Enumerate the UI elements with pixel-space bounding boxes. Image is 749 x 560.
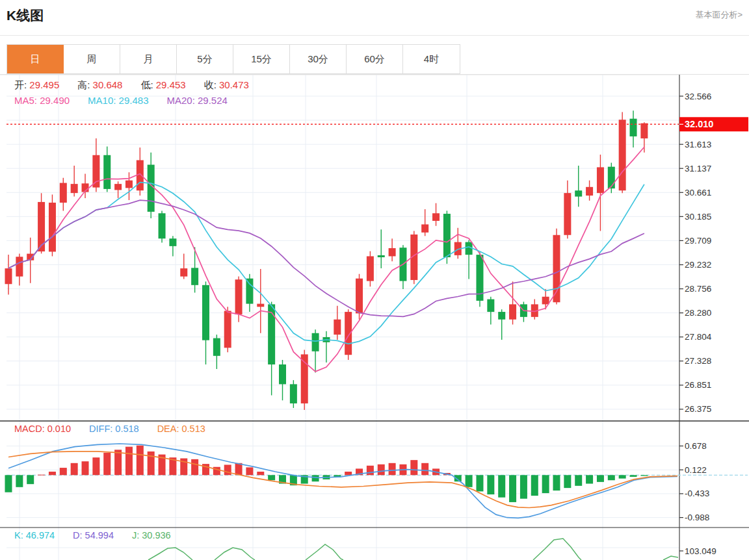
svg-text:-0.988: -0.988 (685, 513, 709, 522)
svg-text:28.280: 28.280 (685, 308, 711, 318)
legend-item: J: 30.936 (132, 530, 180, 541)
macd-legend: MACD: 0.010DIFF: 0.518DEA: 0.513 (14, 424, 224, 434)
kline-page: K线图 基本面分析> 日周月5分15分30分60分4时 32.56632.090… (0, 0, 749, 560)
svg-text:27.804: 27.804 (685, 332, 712, 342)
legend-item: K: 46.974 (14, 530, 64, 541)
svg-text:28.756: 28.756 (685, 284, 711, 294)
legend-item: MACD: 0.010 (14, 424, 80, 434)
svg-text:26.375: 26.375 (685, 404, 711, 414)
legend-item: MA20: 29.524 (166, 95, 236, 106)
legend-item: 低: 29.453 (140, 79, 194, 90)
legend-item: MA10: 29.483 (88, 95, 157, 106)
legend-item: 开: 29.495 (14, 79, 68, 90)
svg-text:31.137: 31.137 (685, 164, 711, 173)
candle-series (5, 110, 648, 410)
kdj-j-line (148, 539, 678, 560)
kdj-legend: K: 46.974D: 54.994J: 30.936 (14, 530, 189, 541)
svg-text:29.709: 29.709 (685, 236, 711, 246)
svg-text:27.328: 27.328 (685, 356, 711, 366)
svg-text:0.122: 0.122 (685, 465, 707, 475)
svg-text:32.010: 32.010 (685, 119, 713, 129)
price-axis: 32.56632.09031.61331.13730.66130.18529.7… (679, 92, 712, 414)
svg-text:29.232: 29.232 (685, 260, 711, 270)
ohlc-legend: 开: 29.495高: 30.648低: 29.453收: 30.473 (14, 79, 267, 92)
ma10-line (8, 183, 644, 344)
legend-item: D: 54.994 (73, 530, 123, 541)
svg-text:31.613: 31.613 (685, 140, 711, 149)
legend-item: DEA: 0.513 (157, 424, 215, 434)
svg-text:30.661: 30.661 (685, 188, 711, 197)
svg-text:-0.433: -0.433 (685, 489, 709, 498)
svg-text:103.049: 103.049 (685, 546, 716, 556)
legend-item: 高: 30.648 (77, 79, 131, 90)
legend-item: MA5: 29.490 (14, 95, 79, 106)
macd-axis: 0.6780.122-0.433-0.988 (679, 441, 709, 522)
legend-item: 收: 30.473 (204, 79, 258, 90)
svg-text:26.851: 26.851 (685, 380, 711, 390)
current-price-tag: 32.010 (679, 117, 748, 131)
kdj-axis: 103.049 (679, 546, 716, 556)
ma-legend: MA5: 29.490MA10: 29.483MA20: 29.524 (14, 95, 246, 106)
svg-text:30.185: 30.185 (685, 212, 711, 222)
svg-text:0.678: 0.678 (685, 441, 707, 451)
legend-item: DIFF: 0.518 (89, 424, 148, 434)
svg-text:32.566: 32.566 (685, 92, 711, 101)
